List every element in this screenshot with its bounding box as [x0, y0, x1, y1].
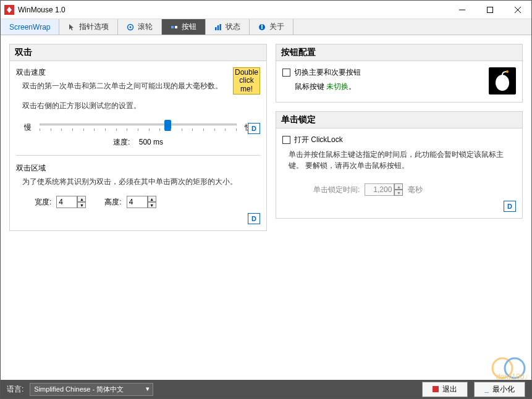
footer-bar: 语言: Simplified Chinese - 简体中文 退出 _ 最小化 [1, 380, 531, 398]
clicklock-checkbox[interactable] [282, 136, 290, 144]
height-input[interactable] [127, 196, 148, 208]
default-button-lock[interactable]: D [504, 201, 516, 212]
svg-rect-8 [215, 27, 217, 30]
doubleclick-test-box[interactable]: Double click me! [233, 67, 260, 94]
panel-title: 单击锁定 [276, 112, 522, 128]
test-hint: 双击右侧的正方形以测试您的设置。 [22, 100, 223, 111]
area-desc: 为了使系统将其识别为双击，必须在其中单击两次的矩形的大小。 [22, 176, 254, 187]
language-select[interactable]: Simplified Chinese - 简体中文 [30, 383, 153, 396]
default-button[interactable]: D [248, 123, 260, 134]
tab-label: 指针选项 [79, 22, 109, 32]
panel-title: 双击 [10, 44, 266, 61]
svg-rect-1 [487, 7, 492, 12]
svg-point-5 [130, 26, 132, 28]
speed-header: 双击速度 [16, 67, 260, 78]
tab-bar: ScreenWrap 指针选项 滚轮 按钮 状态 i 关于 [1, 19, 531, 35]
tab-label: 状态 [226, 22, 240, 32]
speed-slider[interactable] [40, 120, 237, 135]
minimize-button[interactable] [448, 1, 476, 19]
minimize-icon: _ [484, 385, 489, 393]
content-area: 双击 双击速度 双击的第一次单击和第二次单击之间可能出现的最大毫秒数。 Doub… [1, 35, 531, 380]
minimize-app-button[interactable]: _ 最小化 [474, 382, 525, 397]
language-label: 语言: [7, 384, 23, 395]
svg-rect-6 [171, 26, 174, 28]
width-input[interactable] [56, 196, 77, 208]
height-spinner[interactable]: ▲▼ [127, 196, 156, 208]
close-button[interactable] [504, 1, 531, 19]
ms-label: 毫秒 [408, 185, 423, 195]
width-spinner[interactable]: ▲▼ [56, 196, 86, 208]
spin-up[interactable]: ▲ [394, 183, 403, 190]
svg-rect-7 [175, 26, 177, 28]
default-button-area[interactable]: D [248, 213, 260, 224]
clicklock-desc: 单击并按住鼠标主键达指定的时间后，此功能会暂时锁定该鼠标主键。 要解锁，请再次单… [289, 149, 510, 171]
svg-point-14 [506, 70, 509, 73]
spin-down[interactable]: ▼ [394, 190, 403, 196]
wheel-icon [127, 23, 134, 31]
locktime-label: 单击锁定时间: [313, 185, 360, 195]
swap-status: 鼠标按键 未切换。 [295, 82, 483, 92]
exit-icon [433, 386, 439, 392]
panel-title: 按钮配置 [276, 44, 522, 61]
panel-clicklock: 单击锁定 打开 ClickLock 单击并按住鼠标主键达指定的时间后，此功能会暂… [276, 111, 523, 219]
spin-up[interactable]: ▲ [77, 196, 86, 202]
app-logo-icon [4, 5, 14, 15]
slow-label: 慢 [22, 122, 33, 133]
tab-wheel[interactable]: 滚轮 [118, 19, 162, 35]
buttons-icon [171, 23, 178, 31]
titlebar: WinMouse 1.0 [1, 1, 531, 19]
exit-button[interactable]: 退出 [422, 382, 468, 397]
locktime-spinner[interactable]: ▲▼ [365, 183, 403, 196]
svg-text:i: i [261, 23, 263, 31]
height-label: 高度: [104, 197, 121, 208]
locktime-input[interactable] [365, 183, 394, 196]
cursor-icon [68, 23, 75, 31]
maximize-button[interactable] [476, 1, 504, 19]
tab-pointer[interactable]: 指针选项 [59, 19, 118, 35]
spin-down[interactable]: ▼ [77, 202, 86, 208]
svg-rect-9 [217, 25, 219, 30]
tab-buttons[interactable]: 按钮 [162, 19, 206, 35]
svg-point-13 [496, 75, 509, 91]
panel-doubleclick: 双击 双击速度 双击的第一次单击和第二次单击之间可能出现的最大毫秒数。 Doub… [9, 44, 267, 231]
info-icon: i [258, 23, 266, 31]
tab-screenwrap[interactable]: ScreenWrap [1, 19, 59, 35]
tab-status[interactable]: 状态 [206, 19, 250, 35]
window-title: WinMouse 1.0 [18, 6, 448, 14]
svg-rect-10 [220, 24, 222, 30]
tab-about[interactable]: i 关于 [250, 19, 293, 35]
swap-checkbox[interactable] [282, 69, 290, 77]
width-label: 宽度: [35, 197, 51, 208]
area-header: 双击区域 [16, 163, 260, 174]
swap-label: 切换主要和次要按钮 [294, 67, 361, 78]
panel-button-config: 按钮配置 切换主要和次要按钮 鼠标按键 未切换。 [276, 44, 523, 103]
tab-label: ScreenWrap [9, 23, 50, 32]
spin-down[interactable]: ▼ [148, 202, 156, 208]
mouse-icon [489, 67, 516, 94]
clicklock-label: 打开 ClickLock [294, 135, 343, 145]
tab-label: 按钮 [182, 22, 196, 32]
speed-desc: 双击的第一次单击和第二次单击之间可能出现的最大毫秒数。 [22, 80, 223, 91]
speed-readout: 速度: 500 ms [16, 137, 260, 148]
spin-up[interactable]: ▲ [148, 196, 156, 202]
tab-label: 关于 [269, 22, 284, 32]
status-icon [214, 23, 222, 31]
tab-label: 滚轮 [138, 22, 153, 32]
